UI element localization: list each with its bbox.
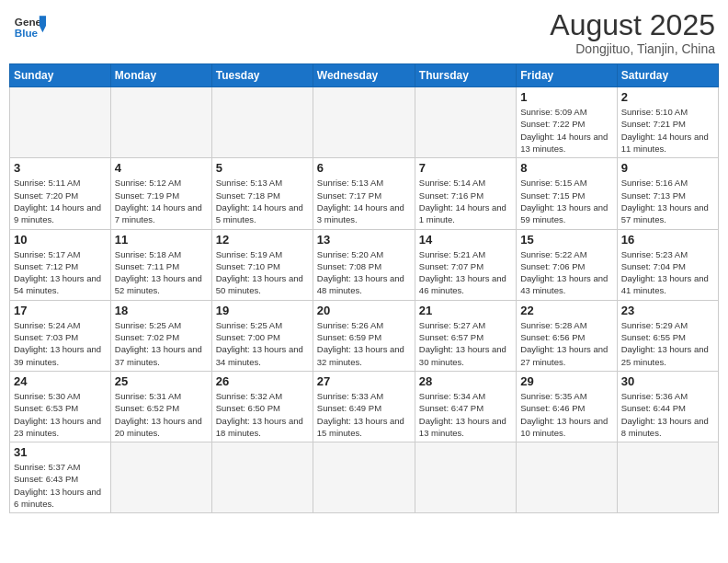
day-number: 3	[14, 161, 107, 175]
calendar-cell: 25Sunrise: 5:31 AM Sunset: 6:52 PM Dayli…	[110, 371, 211, 442]
weekday-header-saturday: Saturday	[617, 64, 718, 87]
day-info: Sunrise: 5:26 AM Sunset: 6:59 PM Dayligh…	[317, 319, 411, 368]
calendar-cell: 1Sunrise: 5:09 AM Sunset: 7:22 PM Daylig…	[517, 87, 617, 158]
day-info: Sunrise: 5:28 AM Sunset: 6:56 PM Dayligh…	[520, 319, 612, 368]
calendar-cell	[517, 442, 617, 513]
calendar-week-1: 1Sunrise: 5:09 AM Sunset: 7:22 PM Daylig…	[10, 87, 719, 158]
calendar-cell: 15Sunrise: 5:22 AM Sunset: 7:06 PM Dayli…	[517, 229, 617, 300]
weekday-header-thursday: Thursday	[415, 64, 516, 87]
weekday-header-row: SundayMondayTuesdayWednesdayThursdayFrid…	[10, 64, 719, 87]
calendar-cell: 26Sunrise: 5:32 AM Sunset: 6:50 PM Dayli…	[211, 371, 313, 442]
day-info: Sunrise: 5:12 AM Sunset: 7:19 PM Dayligh…	[115, 177, 208, 225]
day-number: 8	[520, 161, 612, 175]
day-info: Sunrise: 5:25 AM Sunset: 7:02 PM Dayligh…	[115, 319, 208, 368]
calendar-cell: 5Sunrise: 5:13 AM Sunset: 7:18 PM Daylig…	[211, 158, 313, 229]
day-number: 16	[621, 233, 714, 247]
day-info: Sunrise: 5:09 AM Sunset: 7:22 PM Dayligh…	[520, 106, 612, 155]
day-info: Sunrise: 5:16 AM Sunset: 7:13 PM Dayligh…	[621, 177, 714, 225]
day-info: Sunrise: 5:13 AM Sunset: 7:18 PM Dayligh…	[216, 177, 309, 225]
weekday-header-monday: Monday	[110, 64, 211, 87]
day-number: 20	[317, 304, 411, 317]
calendar-cell: 9Sunrise: 5:16 AM Sunset: 7:13 PM Daylig…	[617, 158, 718, 229]
day-number: 14	[419, 233, 512, 247]
day-info: Sunrise: 5:22 AM Sunset: 7:06 PM Dayligh…	[520, 248, 612, 297]
day-info: Sunrise: 5:37 AM Sunset: 6:43 PM Dayligh…	[14, 461, 107, 510]
logo-icon: General Blue	[13, 9, 46, 42]
calendar-body: 1Sunrise: 5:09 AM Sunset: 7:22 PM Daylig…	[10, 87, 719, 513]
calendar-cell: 22Sunrise: 5:28 AM Sunset: 6:56 PM Dayli…	[517, 300, 617, 371]
svg-text:Blue: Blue	[15, 27, 39, 39]
day-info: Sunrise: 5:24 AM Sunset: 7:03 PM Dayligh…	[14, 319, 107, 368]
day-number: 10	[14, 233, 107, 247]
day-info: Sunrise: 5:30 AM Sunset: 6:53 PM Dayligh…	[14, 390, 107, 439]
calendar-cell	[10, 87, 111, 158]
day-number: 7	[419, 161, 512, 175]
calendar-cell: 31Sunrise: 5:37 AM Sunset: 6:43 PM Dayli…	[10, 442, 111, 513]
day-info: Sunrise: 5:35 AM Sunset: 6:46 PM Dayligh…	[520, 390, 612, 439]
calendar-cell: 29Sunrise: 5:35 AM Sunset: 6:46 PM Dayli…	[517, 371, 617, 442]
day-number: 24	[14, 374, 107, 388]
day-number: 22	[520, 304, 612, 317]
calendar-cell: 17Sunrise: 5:24 AM Sunset: 7:03 PM Dayli…	[10, 300, 111, 371]
calendar-week-4: 17Sunrise: 5:24 AM Sunset: 7:03 PM Dayli…	[10, 300, 719, 371]
calendar-week-5: 24Sunrise: 5:30 AM Sunset: 6:53 PM Dayli…	[10, 371, 719, 442]
calendar-cell	[110, 87, 211, 158]
day-info: Sunrise: 5:36 AM Sunset: 6:44 PM Dayligh…	[621, 390, 714, 439]
page-header: General Blue August 2025 Dongjituo, Tian…	[9, 9, 719, 56]
calendar-cell: 20Sunrise: 5:26 AM Sunset: 6:59 PM Dayli…	[313, 300, 415, 371]
weekday-header-tuesday: Tuesday	[211, 64, 313, 87]
calendar-cell: 19Sunrise: 5:25 AM Sunset: 7:00 PM Dayli…	[211, 300, 313, 371]
calendar-cell: 6Sunrise: 5:13 AM Sunset: 7:17 PM Daylig…	[313, 158, 415, 229]
calendar-cell	[211, 87, 313, 158]
day-info: Sunrise: 5:15 AM Sunset: 7:15 PM Dayligh…	[520, 177, 612, 225]
day-number: 28	[419, 374, 512, 388]
calendar-cell: 4Sunrise: 5:12 AM Sunset: 7:19 PM Daylig…	[110, 158, 211, 229]
calendar-cell: 3Sunrise: 5:11 AM Sunset: 7:20 PM Daylig…	[10, 158, 111, 229]
calendar-week-6: 31Sunrise: 5:37 AM Sunset: 6:43 PM Dayli…	[10, 442, 719, 513]
day-info: Sunrise: 5:32 AM Sunset: 6:50 PM Dayligh…	[216, 390, 309, 439]
day-info: Sunrise: 5:25 AM Sunset: 7:00 PM Dayligh…	[216, 319, 309, 368]
day-number: 26	[216, 374, 309, 388]
day-info: Sunrise: 5:18 AM Sunset: 7:11 PM Dayligh…	[115, 248, 208, 297]
calendar-cell: 30Sunrise: 5:36 AM Sunset: 6:44 PM Dayli…	[617, 371, 718, 442]
calendar-cell: 28Sunrise: 5:34 AM Sunset: 6:47 PM Dayli…	[415, 371, 516, 442]
calendar-cell: 13Sunrise: 5:20 AM Sunset: 7:08 PM Dayli…	[313, 229, 415, 300]
day-info: Sunrise: 5:13 AM Sunset: 7:17 PM Dayligh…	[317, 177, 411, 225]
day-info: Sunrise: 5:11 AM Sunset: 7:20 PM Dayligh…	[14, 177, 107, 225]
calendar-cell	[313, 87, 415, 158]
calendar-table: SundayMondayTuesdayWednesdayThursdayFrid…	[9, 63, 719, 513]
month-title: August 2025	[550, 9, 715, 41]
calendar-cell: 8Sunrise: 5:15 AM Sunset: 7:15 PM Daylig…	[517, 158, 617, 229]
calendar-week-3: 10Sunrise: 5:17 AM Sunset: 7:12 PM Dayli…	[10, 229, 719, 300]
day-info: Sunrise: 5:10 AM Sunset: 7:21 PM Dayligh…	[621, 106, 714, 155]
day-info: Sunrise: 5:34 AM Sunset: 6:47 PM Dayligh…	[419, 390, 512, 439]
day-number: 21	[419, 304, 512, 317]
calendar-cell: 21Sunrise: 5:27 AM Sunset: 6:57 PM Dayli…	[415, 300, 516, 371]
calendar-week-2: 3Sunrise: 5:11 AM Sunset: 7:20 PM Daylig…	[10, 158, 719, 229]
day-number: 1	[520, 90, 612, 104]
calendar-cell: 12Sunrise: 5:19 AM Sunset: 7:10 PM Dayli…	[211, 229, 313, 300]
day-number: 19	[216, 304, 309, 317]
calendar-cell	[313, 442, 415, 513]
day-number: 4	[115, 161, 208, 175]
calendar-cell: 11Sunrise: 5:18 AM Sunset: 7:11 PM Dayli…	[110, 229, 211, 300]
day-number: 11	[115, 233, 208, 247]
day-number: 27	[317, 374, 411, 388]
day-info: Sunrise: 5:21 AM Sunset: 7:07 PM Dayligh…	[419, 248, 512, 297]
day-number: 29	[520, 374, 612, 388]
day-info: Sunrise: 5:29 AM Sunset: 6:55 PM Dayligh…	[621, 319, 714, 368]
calendar-cell	[617, 442, 718, 513]
calendar-cell: 7Sunrise: 5:14 AM Sunset: 7:16 PM Daylig…	[415, 158, 516, 229]
logo: General Blue	[13, 9, 46, 42]
calendar-cell: 10Sunrise: 5:17 AM Sunset: 7:12 PM Dayli…	[10, 229, 111, 300]
day-info: Sunrise: 5:31 AM Sunset: 6:52 PM Dayligh…	[115, 390, 208, 439]
day-info: Sunrise: 5:19 AM Sunset: 7:10 PM Dayligh…	[216, 248, 309, 297]
day-number: 12	[216, 233, 309, 247]
day-number: 5	[216, 161, 309, 175]
day-info: Sunrise: 5:23 AM Sunset: 7:04 PM Dayligh…	[621, 248, 714, 297]
svg-marker-3	[40, 26, 46, 32]
day-number: 30	[621, 374, 714, 388]
day-info: Sunrise: 5:14 AM Sunset: 7:16 PM Dayligh…	[419, 177, 512, 225]
calendar-cell: 24Sunrise: 5:30 AM Sunset: 6:53 PM Dayli…	[10, 371, 111, 442]
calendar-cell	[211, 442, 313, 513]
